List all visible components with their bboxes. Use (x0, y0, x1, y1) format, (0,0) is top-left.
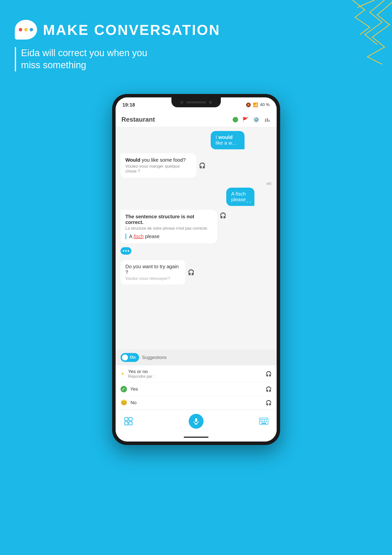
svg-rect-21 (195, 418, 197, 422)
home-bar-area (116, 433, 277, 442)
header-section: MAKE CONVERSATION Eida will correct you … (15, 20, 220, 71)
suggestion-item-yes-or-no[interactable]: ✦ Yes or no Répondre par : 🎧 (116, 365, 277, 382)
keyboard-icon-button[interactable] (258, 416, 269, 427)
svg-rect-19 (125, 422, 128, 425)
svg-rect-0 (265, 119, 266, 122)
subtitle-bar (15, 47, 16, 71)
headphone-icon-3[interactable]: 🎧 (188, 269, 194, 276)
bubble-question: Do you want to try again ? Voulez-vous r… (121, 260, 186, 285)
typing-indicator (121, 247, 131, 256)
bubble-incoming-1: Would you like some food? Voulez-vous ma… (121, 153, 196, 178)
headphone-icon-1[interactable]: 🎧 (199, 162, 206, 169)
bottom-bar (116, 410, 277, 433)
svg-rect-2 (268, 120, 269, 122)
dot-blue (30, 28, 33, 31)
subtitle-text: Eida will correct you when you miss some… (21, 47, 147, 71)
svg-rect-30 (262, 421, 263, 422)
app-bar-icons: 🚩 ⚙️ (233, 116, 271, 123)
status-icons: 🔕 📶 40 % (246, 102, 270, 108)
flag-icon[interactable]: 🚩 (242, 116, 249, 123)
svg-rect-31 (264, 421, 265, 422)
svg-rect-27 (264, 419, 265, 420)
headphone-icon-2[interactable]: 🎧 (220, 212, 226, 219)
suggestion-items: ✦ Yes or no Répondre par : 🎧 ✓ Yes (116, 365, 277, 410)
svg-rect-28 (266, 419, 267, 420)
svg-rect-29 (261, 421, 262, 422)
audio-icon-3[interactable]: 🎧 (266, 400, 272, 406)
suggestion-item-yes[interactable]: ✓ Yes 🎧 (116, 382, 277, 396)
audio-icon-2[interactable]: 🎧 (266, 386, 272, 392)
notch (171, 97, 221, 107)
cards-icon-button[interactable] (123, 416, 134, 427)
notch-speaker (186, 101, 206, 103)
title-row: MAKE CONVERSATION (15, 20, 220, 40)
notch-sensor (209, 101, 212, 104)
suggestions-text: Suggestions (142, 355, 166, 360)
deco-lines (308, 0, 392, 84)
subtitle-block: Eida will correct you when you miss some… (15, 47, 220, 71)
me-label: ME (267, 182, 272, 186)
svg-rect-33 (261, 423, 266, 424)
svg-point-14 (123, 250, 124, 252)
dot-yellow (24, 28, 28, 31)
phone-outer: 19:18 🔕 📶 40 % Restaurant 🚩 (112, 94, 280, 445)
bubble-error: The sentence structure is not correct. L… (121, 210, 217, 243)
chat-bubble-icon (15, 20, 37, 40)
home-bar (184, 437, 208, 438)
svg-point-16 (128, 250, 129, 252)
phone-wrapper: 19:18 🔕 📶 40 % Restaurant 🚩 (112, 94, 280, 445)
chat-area: I would like a w... (116, 127, 277, 350)
toggle-pill[interactable]: On (121, 353, 139, 362)
settings-icon[interactable]: ⚙️ (253, 116, 260, 123)
toggle-label: On (130, 355, 136, 360)
battery-text: 40 % (260, 102, 270, 107)
toggle-circle (122, 355, 128, 360)
svg-rect-25 (261, 419, 262, 420)
app-bar: Restaurant 🚩 ⚙️ (116, 112, 277, 127)
svg-point-15 (125, 250, 127, 252)
bubble-outgoing-1: I would like a w... (211, 131, 245, 149)
dot-red (19, 28, 22, 31)
svg-rect-1 (267, 118, 268, 122)
status-bar: 19:18 🔕 📶 40 % (116, 97, 277, 112)
status-time: 19:18 (123, 102, 135, 108)
svg-rect-17 (125, 418, 128, 421)
svg-rect-32 (266, 421, 267, 422)
chart-icon[interactable] (264, 116, 271, 123)
bubble-outgoing-2: A fisch please ✓✓ (226, 188, 254, 206)
notch-camera (180, 101, 183, 104)
svg-rect-20 (129, 422, 132, 425)
mute-icon: 🔕 (246, 102, 251, 108)
wifi-icon: 📶 (253, 102, 258, 108)
audio-icon-1[interactable]: 🎧 (266, 371, 272, 377)
suggestions-bar: On Suggestions (116, 350, 277, 365)
suggestion-item-no[interactable]: 😊 No 🎧 (116, 396, 277, 410)
mic-button[interactable] (189, 414, 204, 429)
status-dot-green[interactable] (233, 117, 238, 122)
phone-inner: 19:18 🔕 📶 40 % Restaurant 🚩 (116, 97, 277, 442)
main-title: MAKE CONVERSATION (43, 22, 220, 38)
svg-rect-26 (262, 419, 263, 420)
app-bar-title: Restaurant (122, 116, 155, 123)
svg-rect-18 (129, 418, 132, 421)
